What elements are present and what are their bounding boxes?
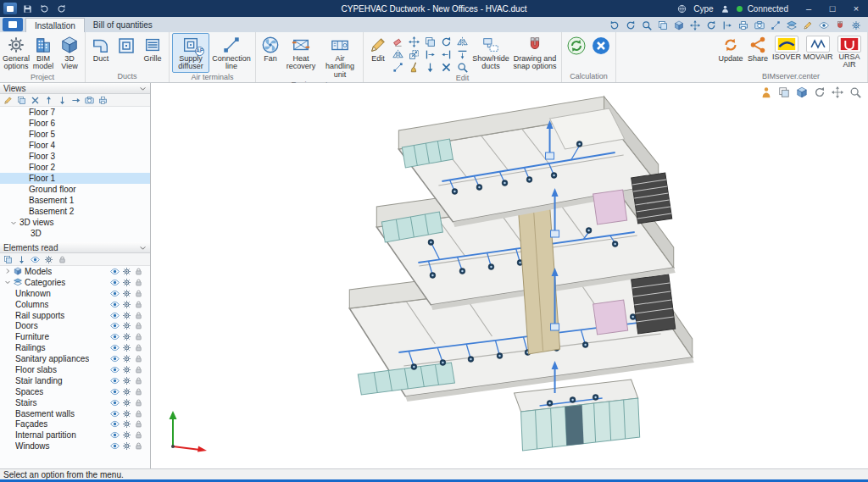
element-category-windows[interactable]: Windows	[0, 440, 150, 452]
align-right-tool-icon[interactable]	[439, 48, 453, 61]
view-item-floor-5[interactable]: Floor 5	[0, 129, 150, 140]
connection-line-button[interactable]: Connection line	[210, 33, 253, 73]
iso-view-icon[interactable]	[795, 86, 808, 98]
view-item-floor-1[interactable]: Floor 1	[0, 173, 150, 184]
view-group-3d-views[interactable]: 3D views	[0, 217, 150, 228]
globe-icon[interactable]	[676, 3, 688, 14]
minimize-button[interactable]: –	[797, 0, 821, 17]
maximize-button[interactable]: □	[821, 0, 844, 17]
view-item-floor-6[interactable]: Floor 6	[0, 118, 150, 129]
lock-icon[interactable]	[134, 343, 143, 352]
element-category-stair-landing[interactable]: Stair landing	[0, 375, 150, 386]
capture-view-icon[interactable]	[83, 95, 96, 106]
pan-icon[interactable]	[688, 19, 702, 31]
lock-icon[interactable]	[134, 278, 143, 287]
visibility-eye-icon[interactable]	[110, 387, 120, 396]
visibility-eye-icon[interactable]	[110, 398, 120, 407]
supply-diffuser-button[interactable]: AP Supply diffuser	[172, 33, 209, 73]
lock-icon[interactable]	[134, 376, 143, 385]
split-tool-icon[interactable]	[439, 61, 453, 74]
lock-icon[interactable]	[134, 430, 143, 440]
config-gear-icon[interactable]	[122, 343, 131, 352]
edit-view-icon[interactable]	[2, 95, 14, 106]
visibility-eye-icon[interactable]	[110, 376, 120, 385]
config-gear-icon[interactable]	[122, 332, 131, 341]
measure-tool-icon[interactable]	[391, 61, 405, 74]
drawing-options-icon[interactable]	[801, 19, 815, 31]
lock-icon[interactable]	[134, 398, 143, 407]
mirror-copy-tool-icon[interactable]	[455, 36, 470, 48]
redo-icon[interactable]	[624, 19, 637, 31]
undo-icon[interactable]	[38, 3, 51, 14]
lock-icon[interactable]	[134, 365, 143, 374]
copy-tool-icon[interactable]	[423, 36, 437, 48]
element-category-furniture[interactable]: Furniture	[0, 331, 150, 342]
zoom-extents-icon[interactable]	[672, 19, 686, 31]
element-category-rail-supports[interactable]: Rail supports	[0, 310, 150, 321]
expand-all-icon[interactable]	[2, 254, 14, 265]
config-gear-icon[interactable]	[122, 419, 131, 429]
config-gear-icon[interactable]	[122, 387, 131, 396]
app-icon[interactable]	[3, 3, 17, 14]
lock-icon[interactable]	[134, 267, 143, 276]
visibility-icon[interactable]	[817, 19, 831, 31]
front-view-icon[interactable]	[777, 86, 790, 98]
element-category-floor-slabs[interactable]: Floor slabs	[0, 364, 150, 375]
invert-tool-icon[interactable]	[423, 61, 437, 74]
delete-view-icon[interactable]	[29, 95, 42, 106]
element-category-railings[interactable]: Railings	[0, 342, 150, 353]
import-view-icon[interactable]	[70, 95, 82, 106]
print-icon[interactable]	[737, 19, 750, 31]
previous-view-icon[interactable]	[721, 19, 734, 31]
lock-icon[interactable]	[134, 419, 143, 429]
visibility-eye-icon[interactable]	[110, 321, 120, 330]
general-options-button[interactable]: General options	[3, 33, 30, 73]
visibility-eye-icon[interactable]	[110, 441, 120, 451]
view-item-basement-2[interactable]: Basement 2	[0, 206, 150, 217]
chevron-down-icon[interactable]	[4, 279, 11, 285]
config-gear-icon[interactable]	[122, 398, 131, 407]
collapse-all-icon[interactable]	[15, 254, 28, 265]
visibility-eye-icon[interactable]	[110, 289, 120, 298]
lock-icon[interactable]	[134, 289, 143, 298]
clean-tool-icon[interactable]	[407, 61, 421, 74]
duct-fitting-button[interactable]	[114, 33, 138, 58]
ursa-air-button[interactable]: URSA AIR	[834, 33, 865, 71]
lock-icon[interactable]	[134, 300, 143, 309]
show-all-icon[interactable]	[29, 254, 42, 265]
move-tool-icon[interactable]	[407, 36, 421, 48]
config-gear-icon[interactable]	[122, 365, 131, 374]
config-gear-icon[interactable]	[122, 354, 131, 363]
visibility-eye-icon[interactable]	[110, 430, 120, 440]
configure-all-icon[interactable]	[42, 254, 55, 265]
edit-button[interactable]: Edit	[366, 33, 390, 64]
config-gear-icon[interactable]	[122, 409, 131, 418]
measure-icon[interactable]	[769, 19, 782, 31]
view-item-floor-2[interactable]: Floor 2	[0, 162, 150, 173]
update-results-button[interactable]	[565, 33, 588, 58]
config-gear-icon[interactable]	[122, 321, 131, 330]
show-hide-ducts-button[interactable]: Show/Hide ducts	[471, 33, 510, 73]
isover-button[interactable]: ISOVER	[771, 33, 802, 63]
heat-recovery-button[interactable]: Heat recovery	[283, 33, 319, 73]
config-gear-icon[interactable]	[122, 267, 131, 276]
element-category-unknown[interactable]: Unknown	[0, 288, 150, 299]
element-category-spaces[interactable]: Spaces	[0, 386, 150, 397]
config-gear-icon[interactable]	[122, 430, 131, 440]
cype-label[interactable]: Cype	[693, 4, 713, 14]
lock-icon[interactable]	[134, 354, 143, 363]
delete-results-button[interactable]	[589, 33, 613, 58]
move-view-down-icon[interactable]	[56, 95, 69, 106]
orbit-icon[interactable]	[813, 86, 826, 98]
capture-icon[interactable]	[753, 19, 766, 31]
duplicate-view-icon[interactable]	[15, 95, 28, 106]
duct-button[interactable]: Duct	[88, 33, 114, 64]
pan-view-icon[interactable]	[831, 86, 843, 98]
lock-icon[interactable]	[134, 332, 143, 341]
lock-icon[interactable]	[134, 387, 143, 396]
visibility-eye-icon[interactable]	[110, 343, 120, 352]
bim-share-button[interactable]: Share	[745, 33, 771, 64]
fan-button[interactable]: Fan	[259, 33, 282, 64]
visibility-eye-icon[interactable]	[110, 278, 120, 287]
tab-installation[interactable]: Installation	[25, 18, 85, 32]
